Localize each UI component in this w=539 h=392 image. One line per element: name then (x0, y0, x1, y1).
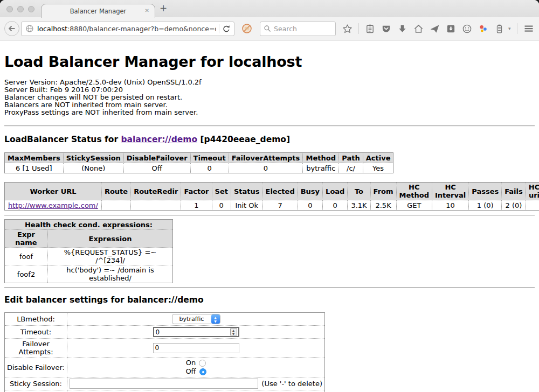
balancer-demo-link[interactable]: balancer://demo (121, 135, 197, 144)
worker-status-table: Worker URL Route RouteRedir Factor Set S… (4, 182, 539, 211)
minimize-window-button[interactable] (17, 6, 24, 12)
search-bar[interactable] (260, 22, 336, 36)
tab-close-icon[interactable]: ✕ (145, 8, 149, 13)
failover-attempts-input[interactable] (153, 343, 239, 353)
worker-url-link[interactable]: http://www.example.com/ (8, 201, 98, 209)
table-header-row: Expr name Expression (5, 230, 173, 248)
back-arrow-icon (8, 24, 16, 33)
search-icon (264, 25, 271, 32)
downloads-icon[interactable] (397, 24, 407, 34)
close-window-button[interactable] (6, 6, 13, 12)
tab-bar: Balancer Manager ✕ + (0, 0, 539, 17)
url-bar[interactable]: localhost:8880/balancer-manager?b=demo&n… (21, 22, 234, 36)
edit-balancer-form: LBmethod: bytraffic ▲▼ Timeout: 0 (4, 312, 325, 392)
disable-failover-off-radio[interactable] (199, 368, 206, 375)
persist-notice-line: Balancer changes will NOT be persisted o… (4, 94, 535, 101)
navigation-toolbar: localhost:8880/balancer-manager?b=demo&n… (0, 17, 539, 40)
inherit-notice-line: Balancers are NOT inherited from main se… (4, 101, 535, 109)
feedback-smiley-icon[interactable] (462, 24, 472, 34)
disable-failover-on-radio[interactable] (199, 360, 206, 367)
colored-dots-extension-icon[interactable] (478, 24, 488, 34)
zoom-window-button[interactable] (28, 6, 34, 12)
back-button[interactable] (4, 21, 19, 36)
health-check-table: Health check cond. expressions: Expr nam… (4, 219, 173, 283)
sticky-session-input[interactable] (70, 379, 258, 389)
menu-hamburger-icon[interactable] (523, 23, 534, 34)
content-blocker-icon[interactable] (241, 23, 252, 34)
form-row-failover-attempts: Failover Attempts: (5, 339, 325, 358)
form-row-sticky-session: Sticky Session: (Use '-' to delete) (5, 377, 325, 390)
divider (4, 215, 535, 216)
browser-window: Balancer Manager ✕ + localhost:8880/bala… (0, 0, 539, 392)
url-text[interactable]: localhost:8880/balancer-manager?b=demo&n… (37, 25, 216, 33)
page-title: Load Balancer Manager for localhost (4, 40, 535, 70)
reload-icon[interactable] (222, 25, 230, 33)
form-row-timeout: Timeout: 0 ▲▼ (5, 326, 325, 339)
timeout-input[interactable]: 0 ▲▼ (153, 327, 239, 337)
globe-icon (25, 24, 34, 33)
table-row: foof2 hc('body') =~ /domain is establish… (5, 265, 173, 283)
proxypass-notice-line: ProxyPass settings are NOT inherited fro… (4, 109, 535, 116)
sticky-session-hint: (Use '-' to delete) (261, 380, 322, 388)
failover-attempts-label: Failover Attempts: (5, 339, 67, 358)
table-row: 6 [1 Used] (None) Off 0 0 bytraffic /c/ … (5, 163, 393, 173)
window-controls (6, 6, 34, 12)
worker-row: http://www.example.com/ 1 0 Init Ok 7 0 … (5, 200, 539, 211)
number-spinner-icon[interactable]: ▲▼ (230, 328, 237, 335)
tab-title: Balancer Manager (70, 8, 127, 15)
table-header-row: MaxMembers StickySession DisableFailover… (5, 153, 393, 163)
divider (4, 125, 535, 127)
server-built-line: Server Built: Feb 9 2016 07:00:20 (4, 86, 535, 94)
form-row-lbmethod: LBmethod: bytraffic ▲▼ (5, 313, 325, 326)
search-input[interactable] (274, 25, 328, 33)
tab-balancer-manager[interactable]: Balancer Manager ✕ (41, 4, 155, 18)
home-icon[interactable] (413, 24, 424, 34)
server-version-line: Server Version: Apache/2.5.0-dev (Unix) … (4, 79, 535, 86)
lbmethod-select[interactable]: bytraffic ▲▼ (172, 314, 220, 324)
lbmethod-label: LBmethod: (5, 313, 67, 326)
send-tab-icon[interactable] (430, 24, 440, 34)
new-tab-button[interactable]: + (160, 3, 167, 13)
bookmark-star-icon[interactable] (342, 24, 353, 34)
add-worker-label: Add New Worker: (5, 390, 67, 392)
pocket-icon[interactable] (381, 24, 391, 34)
divider (4, 287, 535, 288)
table-header-row: Worker URL Route RouteRedir Factor Set S… (5, 183, 539, 200)
disable-failover-label: Disable Failover: (5, 358, 67, 377)
battery-extension-icon[interactable] (494, 24, 505, 34)
tab-to-device-icon[interactable] (446, 24, 456, 34)
table-row: foof %{REQUEST_STATUS} =~ /^[234]/ (5, 248, 173, 265)
form-row-add-worker: Add New Worker: Are you sure? (5, 390, 325, 392)
select-stepper-icon: ▲▼ (211, 314, 220, 324)
edit-settings-heading: Edit balancer settings for balancer://de… (4, 295, 535, 305)
reading-list-icon[interactable] (365, 24, 375, 34)
status-heading: LoadBalancer Status for balancer://demo … (4, 135, 535, 144)
server-info: Server Version: Apache/2.5.0-dev (Unix) … (4, 79, 535, 116)
balancer-status-table: MaxMembers StickySession DisableFailover… (4, 152, 393, 173)
sticky-session-label: Sticky Session: (5, 377, 67, 390)
form-row-disable-failover: Disable Failover: On Off (5, 358, 325, 377)
page-content: Load Balancer Manager for localhost Serv… (0, 40, 539, 392)
overflow-caret-icon[interactable]: ▾ (508, 26, 511, 31)
table-title-row: Health check cond. expressions: (5, 220, 173, 230)
timeout-label: Timeout: (5, 326, 67, 339)
on-radio-label: On (186, 359, 196, 367)
off-radio-label: Off (185, 367, 196, 376)
